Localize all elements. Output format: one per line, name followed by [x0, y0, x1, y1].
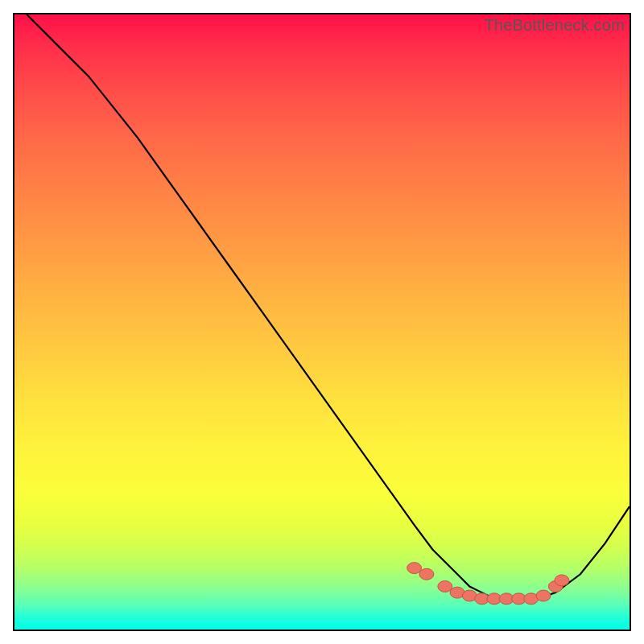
marker-group	[407, 563, 569, 605]
data-marker	[555, 575, 569, 586]
chart-container: TheBottleneck.com	[0, 0, 644, 644]
data-marker	[407, 563, 422, 574]
bottleneck-curve	[27, 14, 630, 599]
data-marker	[438, 581, 452, 592]
data-marker	[536, 590, 551, 601]
data-marker	[419, 568, 434, 580]
plot-area: TheBottleneck.com	[13, 13, 631, 631]
curve-layer	[14, 14, 630, 630]
